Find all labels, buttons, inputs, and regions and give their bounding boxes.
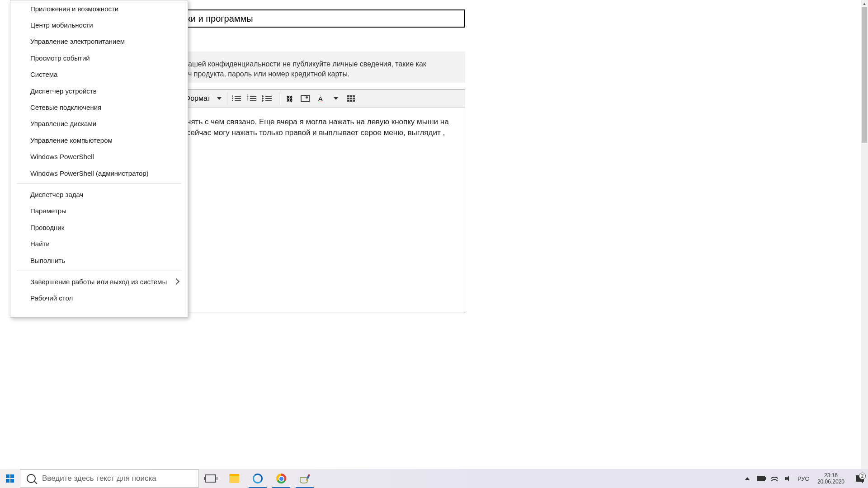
menu-item-search[interactable]: Найти: [17, 235, 181, 252]
menu-item-powershell-admin[interactable]: Windows PowerShell (администратор): [17, 165, 181, 181]
menu-item-label: Просмотр событий: [30, 54, 90, 62]
insert-link-button[interactable]: ⛓: [282, 92, 297, 105]
menu-item-label: Диспетчер устройств: [30, 87, 97, 95]
privacy-banner-line1: ашей конфиденциальности не публикуйте ли…: [188, 59, 456, 69]
menu-item-label: Диспетчер задач: [30, 191, 83, 198]
menu-item-run[interactable]: Выполнить: [17, 252, 181, 268]
menu-item-label: Рабочий стол: [30, 294, 73, 302]
menu-item-mobility-center[interactable]: Центр мобильности: [17, 17, 181, 33]
page-title-text: ки и программы: [187, 14, 253, 24]
menu-item-power-options[interactable]: Управление электропитанием: [17, 33, 181, 50]
menu-item-desktop[interactable]: Рабочий стол: [17, 290, 181, 306]
menu-item-label: Управление дисками: [30, 120, 96, 127]
format-dropdown-label[interactable]: Формат: [185, 94, 211, 103]
menu-item-label: Управление электропитанием: [30, 38, 125, 45]
menu-item-label: Параметры: [30, 207, 66, 215]
menu-item-settings[interactable]: Параметры: [17, 203, 181, 219]
menu-item-shutdown-submenu[interactable]: Завершение работы или выход из системы: [17, 273, 181, 290]
menu-item-label: Windows PowerShell: [30, 153, 94, 160]
font-color-button[interactable]: A: [313, 92, 328, 105]
menu-item-label: Выполнить: [30, 257, 65, 264]
menu-item-label: Проводник: [30, 224, 64, 231]
menu-item-label: Центр мобильности: [30, 21, 93, 29]
numbered-list-button[interactable]: [245, 92, 261, 105]
menu-item-network-connections[interactable]: Сетевые подключения: [17, 99, 181, 115]
winx-context-menu: Приложения и возможности Центр мобильнос…: [10, 0, 188, 318]
menu-separator: [17, 183, 181, 184]
menu-item-computer-management[interactable]: Управление компьютером: [17, 132, 181, 148]
menu-item-apps-features[interactable]: Приложения и возможности: [17, 0, 181, 17]
chevron-down-icon[interactable]: [217, 97, 222, 100]
menu-item-label: Сетевые подключения: [30, 103, 101, 111]
menu-item-label: Управление компьютером: [30, 136, 113, 144]
privacy-banner-line2: ч продукта, пароль или номер кредитной к…: [188, 69, 456, 79]
menu-item-label: Система: [30, 70, 57, 78]
menu-separator: [17, 271, 181, 271]
menu-item-system[interactable]: Система: [17, 66, 181, 83]
font-color-menu[interactable]: [328, 92, 344, 105]
menu-item-task-manager[interactable]: Диспетчер задач: [17, 186, 181, 202]
menu-item-disk-management[interactable]: Управление дисками: [17, 116, 181, 132]
indent-button[interactable]: [261, 92, 276, 105]
menu-item-powershell[interactable]: Windows PowerShell: [17, 149, 181, 165]
menu-item-label: Windows PowerShell (администратор): [30, 169, 149, 177]
menu-item-label: Завершение работы или выход из системы: [30, 278, 167, 286]
menu-item-event-viewer[interactable]: Просмотр событий: [17, 50, 181, 66]
bulleted-list-button[interactable]: [230, 92, 245, 105]
chevron-right-icon: [173, 278, 179, 285]
menu-item-label: Приложения и возможности: [30, 5, 118, 13]
menu-item-device-manager[interactable]: Диспетчер устройств: [17, 83, 181, 99]
insert-image-button[interactable]: [297, 92, 313, 105]
insert-table-button[interactable]: [344, 92, 359, 105]
menu-item-explorer[interactable]: Проводник: [17, 219, 181, 235]
menu-item-label: Найти: [30, 240, 50, 248]
